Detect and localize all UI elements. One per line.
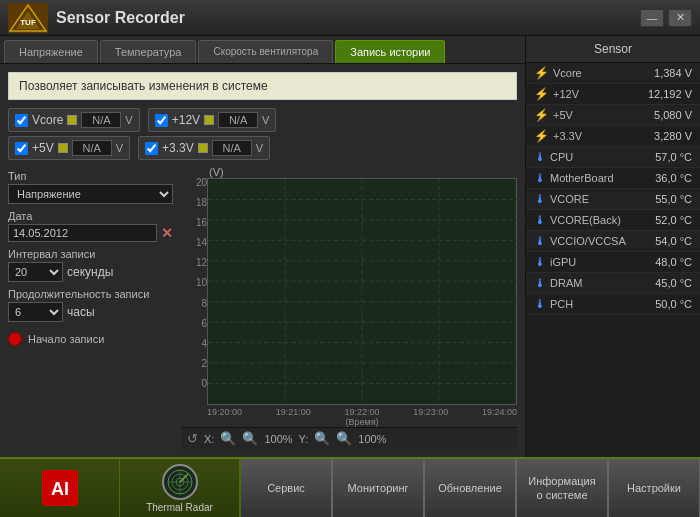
sensor-entry-5v[interactable]: ⚡ +5V 5,080 V [526,105,700,126]
5v-checkbox[interactable] [15,142,28,155]
sensor-value-dram: 45,0 °C [655,277,692,289]
sensor-entry-vccio[interactable]: 🌡 VCCIO/VCCSA 54,0 °C [526,231,700,252]
type-label: Тип [8,170,173,182]
y-zoom-out-icon[interactable]: 🔍 [314,431,330,446]
tab-temperature[interactable]: Температура [100,40,197,63]
sensor-entry-dram[interactable]: 🌡 DRAM 45,0 °C [526,273,700,294]
y-label-0: 0 [181,379,207,389]
close-button[interactable]: ✕ [668,9,692,27]
start-label: Начало записи [28,333,104,345]
interval-unit: секунды [67,265,113,279]
sensor-name-cpu: CPU [550,151,655,163]
vcore-checkbox[interactable] [15,114,28,127]
sensor-name-vccio: VCCIO/VCCSA [550,235,655,247]
graph-inner[interactable] [207,178,517,405]
temp-icon-vcore: 🌡 [534,192,546,206]
sensor-value-pch: 50,0 °C [655,298,692,310]
y-axis: 20 18 16 14 12 10 8 6 4 2 0 [181,178,207,405]
temp-icon-cpu: 🌡 [534,150,546,164]
sensor-entry-igpu[interactable]: 🌡 iGPU 48,0 °C [526,252,700,273]
tab-voltage[interactable]: Напряжение [4,40,98,63]
12v-value: N/A [218,112,258,128]
graph-area: 20 18 16 14 12 10 8 6 4 2 0 [181,178,517,405]
date-input[interactable] [8,224,157,242]
sensor-entry-mb[interactable]: 🌡 MotherBoard 36,0 °C [526,168,700,189]
12v-color [204,115,214,125]
graph-container: (V) 20 18 16 14 12 10 8 6 4 [181,166,517,449]
33v-checkbox[interactable] [145,142,158,155]
y-label-20: 20 [181,178,207,188]
5v-value: N/A [72,140,112,156]
sensor-check-5v: +5V N/A V [8,136,130,160]
duration-unit: часы [67,305,95,319]
taskbar-app-icon[interactable]: AI [0,459,120,517]
system-info-button[interactable]: Информация о системе [516,459,608,517]
x-label-2: 19:22:00 [344,407,379,417]
monitoring-button[interactable]: Мониторинг [332,459,424,517]
sensor-entry-33v[interactable]: ⚡ +3.3V 3,280 V [526,126,700,147]
undo-icon[interactable]: ↺ [187,431,198,446]
date-clear-button[interactable]: ✕ [161,225,173,241]
sensor-name-33v: +3.3V [553,130,654,142]
x-label-1: 19:21:00 [276,407,311,417]
sensor-value-vcore-back: 52,0 °C [655,214,692,226]
temp-icon-pch: 🌡 [534,297,546,311]
sensor-entry-cpu[interactable]: 🌡 CPU 57,0 °C [526,147,700,168]
settings-button[interactable]: Настройки [608,459,700,517]
33v-value: N/A [212,140,252,156]
date-group: Дата ✕ [8,210,173,242]
sensor-check-33v: +3.3V N/A V [138,136,270,160]
left-panel: Напряжение Температура Скорость вентилят… [0,36,525,457]
interval-select[interactable]: 20 [8,262,63,282]
controls-left: Тип Напряжение Дата ✕ [8,166,173,449]
y-label-6: 6 [181,319,207,329]
x-zoom-out-icon[interactable]: 🔍 [220,431,236,446]
graph-unit: (V) [181,166,517,178]
sensor-entry-12v[interactable]: ⚡ +12V 12,192 V [526,84,700,105]
vcore-label: Vcore [32,113,63,127]
interval-group: Интервал записи 20 секунды [8,248,173,282]
y-label-2: 2 [181,359,207,369]
x-zoom-value: 100% [264,433,292,445]
voltage-icon-12v: ⚡ [534,87,549,101]
12v-checkbox[interactable] [155,114,168,127]
update-button[interactable]: Обновление [424,459,516,517]
tab-history[interactable]: Запись истории [335,40,445,63]
controls-graph: Тип Напряжение Дата ✕ [8,166,517,449]
voltage-icon-vcore: ⚡ [534,66,549,80]
svg-text:TUF: TUF [20,18,36,27]
x-axis: 19:20:00 19:21:00 19:22:00 19:23:00 19:2… [181,405,517,417]
sensor-entry-pch[interactable]: 🌡 PCH 50,0 °C [526,294,700,315]
type-select[interactable]: Напряжение [8,184,173,204]
duration-select[interactable]: 6 [8,302,63,322]
sensor-name-pch: PCH [550,298,655,310]
sensor-value-5v: 5,080 V [654,109,692,121]
sensor-checks-row1: Vcore N/A V +12V N/A V [8,108,517,132]
tab-fanspeed[interactable]: Скорость вентилятора [198,40,333,63]
sensor-entry-vcore[interactable]: ⚡ Vcore 1,384 V [526,63,700,84]
y-label-14: 14 [181,238,207,248]
sensor-entry-vcore-temp[interactable]: 🌡 VCORE 55,0 °C [526,189,700,210]
start-button[interactable]: Начало записи [8,332,173,346]
sensor-entry-vcore-back[interactable]: 🌡 VCORE(Back) 52,0 °C [526,210,700,231]
sensor-value-33v: 3,280 V [654,130,692,142]
minimize-button[interactable]: — [640,9,664,27]
33v-label: +3.3V [162,141,194,155]
service-button[interactable]: Сервис [240,459,332,517]
thermal-radar-icon [162,464,198,500]
date-label: Дата [8,210,173,222]
sensor-name-mb: MotherBoard [550,172,655,184]
x-zoom-in-icon[interactable]: 🔍 [242,431,258,446]
sensor-check-vcore: Vcore N/A V [8,108,140,132]
12v-unit: V [262,114,269,126]
y-zoom-in-icon[interactable]: 🔍 [336,431,352,446]
y-zoom-value: 100% [358,433,386,445]
sensor-name-vcore: Vcore [553,67,654,79]
thermal-radar-app[interactable]: Thermal Radar [120,459,240,517]
taskbar: AI Thermal Radar Сервис Мониторинг Обнов… [0,457,700,517]
y-label-8: 8 [181,299,207,309]
y-label-18: 18 [181,198,207,208]
x-label-4: 19:24:00 [482,407,517,417]
svg-text:AI: AI [51,479,69,499]
ai-suite-logo: AI [42,470,78,506]
